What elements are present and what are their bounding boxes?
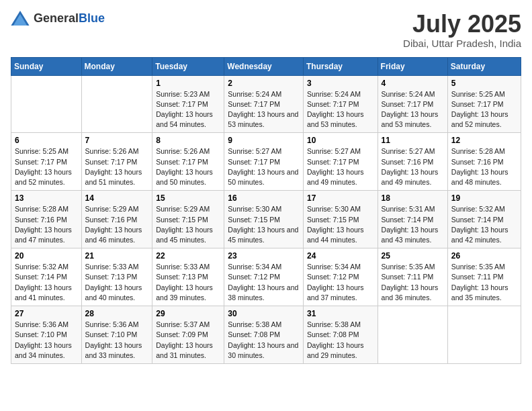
day-number: 19 — [451, 193, 517, 203]
day-number: 8 — [156, 136, 220, 145]
day-number: 11 — [382, 136, 444, 145]
page-header: GeneralBlue July 2025 Dibai, Uttar Prade… — [11, 11, 521, 49]
day-number: 15 — [156, 193, 220, 203]
day-number: 20 — [15, 251, 78, 261]
day-info: Sunrise: 5:28 AMSunset: 7:16 PMDaylight:… — [451, 147, 508, 186]
day-info: Sunrise: 5:35 AMSunset: 7:11 PMDaylight:… — [382, 263, 439, 302]
calendar-header-row: Sunday Monday Tuesday Wednesday Thursday… — [11, 57, 521, 75]
day-info: Sunrise: 5:27 AMSunset: 7:16 PMDaylight:… — [382, 147, 439, 186]
day-info: Sunrise: 5:36 AMSunset: 7:10 PMDaylight:… — [85, 320, 142, 359]
logo-general: General — [34, 11, 79, 25]
day-number: 4 — [382, 79, 444, 88]
day-info: Sunrise: 5:31 AMSunset: 7:14 PMDaylight:… — [382, 205, 439, 244]
day-number: 26 — [451, 251, 517, 261]
day-info: Sunrise: 5:29 AMSunset: 7:15 PMDaylight:… — [156, 205, 213, 244]
calendar-cell: 5Sunrise: 5:25 AMSunset: 7:17 PMDaylight… — [447, 75, 521, 133]
calendar-cell: 17Sunrise: 5:30 AMSunset: 7:15 PMDayligh… — [303, 191, 378, 248]
day-info: Sunrise: 5:26 AMSunset: 7:17 PMDaylight:… — [156, 147, 213, 186]
day-info: Sunrise: 5:27 AMSunset: 7:17 PMDaylight:… — [228, 147, 298, 186]
calendar-cell: 20Sunrise: 5:32 AMSunset: 7:14 PMDayligh… — [11, 248, 82, 306]
calendar-week-row: 6Sunrise: 5:25 AMSunset: 7:17 PMDaylight… — [11, 133, 521, 191]
day-number: 1 — [156, 79, 220, 88]
day-info: Sunrise: 5:34 AMSunset: 7:12 PMDaylight:… — [307, 263, 364, 302]
month-year: July 2025 — [403, 11, 521, 38]
calendar-cell: 10Sunrise: 5:27 AMSunset: 7:17 PMDayligh… — [303, 133, 378, 191]
day-info: Sunrise: 5:24 AMSunset: 7:17 PMDaylight:… — [228, 90, 298, 129]
day-info: Sunrise: 5:37 AMSunset: 7:09 PMDaylight:… — [156, 320, 213, 359]
calendar-cell: 12Sunrise: 5:28 AMSunset: 7:16 PMDayligh… — [447, 133, 521, 191]
location: Dibai, Uttar Pradesh, India — [403, 38, 521, 49]
day-number: 3 — [307, 79, 374, 88]
day-number: 24 — [307, 251, 374, 261]
day-number: 10 — [307, 136, 374, 145]
day-info: Sunrise: 5:26 AMSunset: 7:17 PMDaylight:… — [85, 147, 142, 186]
col-wednesday: Wednesday — [224, 57, 304, 75]
day-number: 27 — [15, 309, 78, 318]
col-tuesday: Tuesday — [152, 57, 224, 75]
calendar-cell: 28Sunrise: 5:36 AMSunset: 7:10 PMDayligh… — [81, 306, 152, 364]
day-number: 22 — [156, 251, 220, 261]
calendar-week-row: 20Sunrise: 5:32 AMSunset: 7:14 PMDayligh… — [11, 248, 521, 306]
day-info: Sunrise: 5:30 AMSunset: 7:15 PMDaylight:… — [307, 205, 364, 244]
day-number: 6 — [15, 136, 78, 145]
calendar-cell: 29Sunrise: 5:37 AMSunset: 7:09 PMDayligh… — [152, 306, 224, 364]
calendar-cell: 31Sunrise: 5:38 AMSunset: 7:08 PMDayligh… — [303, 306, 378, 364]
day-number: 18 — [382, 193, 444, 203]
calendar-cell: 9Sunrise: 5:27 AMSunset: 7:17 PMDaylight… — [224, 133, 304, 191]
calendar-cell: 24Sunrise: 5:34 AMSunset: 7:12 PMDayligh… — [303, 248, 378, 306]
day-number: 28 — [85, 309, 149, 318]
calendar-cell: 2Sunrise: 5:24 AMSunset: 7:17 PMDaylight… — [224, 75, 304, 133]
day-info: Sunrise: 5:28 AMSunset: 7:16 PMDaylight:… — [15, 205, 72, 244]
calendar-cell: 11Sunrise: 5:27 AMSunset: 7:16 PMDayligh… — [378, 133, 447, 191]
calendar-cell: 4Sunrise: 5:24 AMSunset: 7:17 PMDaylight… — [378, 75, 447, 133]
day-number: 31 — [307, 309, 374, 318]
day-info: Sunrise: 5:35 AMSunset: 7:11 PMDaylight:… — [451, 263, 508, 302]
logo-blue: Blue — [79, 11, 105, 25]
calendar-cell: 25Sunrise: 5:35 AMSunset: 7:11 PMDayligh… — [378, 248, 447, 306]
day-number: 12 — [451, 136, 517, 145]
col-friday: Friday — [378, 57, 447, 75]
calendar-table: Sunday Monday Tuesday Wednesday Thursday… — [11, 57, 521, 364]
col-monday: Monday — [81, 57, 152, 75]
day-info: Sunrise: 5:38 AMSunset: 7:08 PMDaylight:… — [228, 320, 298, 359]
col-thursday: Thursday — [303, 57, 378, 75]
day-info: Sunrise: 5:33 AMSunset: 7:13 PMDaylight:… — [156, 263, 213, 302]
calendar-week-row: 13Sunrise: 5:28 AMSunset: 7:16 PMDayligh… — [11, 191, 521, 248]
calendar-cell: 16Sunrise: 5:30 AMSunset: 7:15 PMDayligh… — [224, 191, 304, 248]
calendar-cell: 14Sunrise: 5:29 AMSunset: 7:16 PMDayligh… — [81, 191, 152, 248]
day-number: 25 — [382, 251, 444, 261]
day-info: Sunrise: 5:30 AMSunset: 7:15 PMDaylight:… — [228, 205, 298, 244]
day-info: Sunrise: 5:23 AMSunset: 7:17 PMDaylight:… — [156, 90, 213, 129]
day-number: 14 — [85, 193, 149, 203]
day-info: Sunrise: 5:33 AMSunset: 7:13 PMDaylight:… — [85, 263, 142, 302]
calendar-cell: 30Sunrise: 5:38 AMSunset: 7:08 PMDayligh… — [224, 306, 304, 364]
day-number: 17 — [307, 193, 374, 203]
calendar-cell — [11, 75, 82, 133]
calendar-cell: 6Sunrise: 5:25 AMSunset: 7:17 PMDaylight… — [11, 133, 82, 191]
calendar-cell — [378, 306, 447, 364]
calendar-cell: 23Sunrise: 5:34 AMSunset: 7:12 PMDayligh… — [224, 248, 304, 306]
day-number: 21 — [85, 251, 149, 261]
calendar-cell: 27Sunrise: 5:36 AMSunset: 7:10 PMDayligh… — [11, 306, 82, 364]
day-number: 2 — [228, 79, 300, 88]
day-number: 29 — [156, 309, 220, 318]
calendar-week-row: 27Sunrise: 5:36 AMSunset: 7:10 PMDayligh… — [11, 306, 521, 364]
calendar-cell: 18Sunrise: 5:31 AMSunset: 7:14 PMDayligh… — [378, 191, 447, 248]
day-info: Sunrise: 5:25 AMSunset: 7:17 PMDaylight:… — [451, 90, 508, 129]
day-info: Sunrise: 5:27 AMSunset: 7:17 PMDaylight:… — [307, 147, 364, 186]
calendar-cell: 21Sunrise: 5:33 AMSunset: 7:13 PMDayligh… — [81, 248, 152, 306]
logo-text: GeneralBlue — [34, 11, 105, 26]
col-sunday: Sunday — [11, 57, 82, 75]
calendar-cell — [447, 306, 521, 364]
calendar-week-row: 1Sunrise: 5:23 AMSunset: 7:17 PMDaylight… — [11, 75, 521, 133]
day-info: Sunrise: 5:29 AMSunset: 7:16 PMDaylight:… — [85, 205, 142, 244]
calendar-cell: 19Sunrise: 5:32 AMSunset: 7:14 PMDayligh… — [447, 191, 521, 248]
logo-icon — [11, 11, 30, 26]
day-info: Sunrise: 5:24 AMSunset: 7:17 PMDaylight:… — [382, 90, 439, 129]
calendar-cell: 1Sunrise: 5:23 AMSunset: 7:17 PMDaylight… — [152, 75, 224, 133]
day-info: Sunrise: 5:34 AMSunset: 7:12 PMDaylight:… — [228, 263, 298, 302]
calendar-cell: 22Sunrise: 5:33 AMSunset: 7:13 PMDayligh… — [152, 248, 224, 306]
day-info: Sunrise: 5:25 AMSunset: 7:17 PMDaylight:… — [15, 147, 72, 186]
col-saturday: Saturday — [447, 57, 521, 75]
title-block: July 2025 Dibai, Uttar Pradesh, India — [403, 11, 521, 49]
